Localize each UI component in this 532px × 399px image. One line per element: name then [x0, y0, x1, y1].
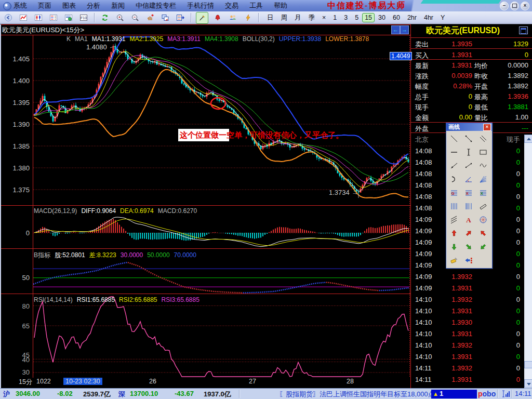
tool-band-channel-icon[interactable]: [447, 213, 461, 227]
date-label: 28: [347, 378, 354, 385]
tool-short-segment-icon[interactable]: [461, 159, 476, 172]
back-icon[interactable]: [3, 12, 14, 23]
tool-vertical-line-icon[interactable]: [461, 145, 476, 159]
tool-angle-line-icon[interactable]: [461, 172, 476, 186]
tool-text-note-icon[interactable]: A: [461, 213, 476, 227]
period-季[interactable]: 季: [305, 12, 319, 23]
menu-item-手机行情[interactable]: 手机行情: [187, 1, 214, 10]
menu-item-新闻[interactable]: 新闻: [111, 1, 125, 10]
palette-close-button[interactable]: ×: [483, 124, 491, 131]
tool-arrow-sw-icon[interactable]: [476, 240, 490, 254]
tool-vertical-grid-icon[interactable]: [447, 200, 461, 213]
news-board-icon[interactable]: [63, 12, 74, 23]
tool-parallel-lines-icon[interactable]: [476, 132, 490, 145]
period-×[interactable]: ×: [318, 13, 329, 22]
news-ticker[interactable]: 〖股指期货〗法巴上调恒生国指明年目标至18,000点: [279, 390, 435, 399]
scrollbar-thumb[interactable]: [524, 361, 532, 368]
tool-trend-line-icon[interactable]: [447, 132, 461, 145]
tool-arrow-ne-icon[interactable]: [461, 227, 476, 240]
period-30[interactable]: 30: [375, 13, 389, 22]
period-1[interactable]: 1: [329, 13, 340, 22]
candle-chart-icon[interactable]: [33, 12, 44, 23]
period-15[interactable]: 15: [362, 13, 375, 22]
period-月[interactable]: 月: [291, 12, 305, 23]
tool-slope-channel-icon[interactable]: [476, 200, 490, 213]
user-note-annotation[interactable]: 这个位置做一空单，可惜没有信心，又平仓了。: [178, 129, 229, 141]
menu-item-图表[interactable]: 图表: [62, 1, 76, 10]
draw-line-icon[interactable]: [196, 12, 208, 24]
tool-rectangle-icon[interactable]: [476, 145, 490, 159]
period-5[interactable]: 5: [351, 13, 362, 22]
tool-eraser-icon[interactable]: [447, 254, 461, 267]
window-switch-icon[interactable]: [159, 12, 171, 23]
period-60[interactable]: 60: [389, 13, 404, 22]
app-icon[interactable]: [3, 2, 11, 10]
scroll-up-button[interactable]: [524, 135, 532, 143]
menu-item-分析[interactable]: 分析: [87, 1, 100, 10]
period-Y[interactable]: Y: [437, 13, 448, 22]
goto-chart-icon[interactable]: [175, 12, 186, 23]
panel-restore-icon[interactable]: [519, 26, 528, 34]
period-3[interactable]: 3: [340, 13, 351, 22]
community-icon[interactable]: [227, 12, 238, 23]
tool-arc-icon[interactable]: [447, 172, 461, 186]
period-周[interactable]: 周: [277, 12, 291, 23]
shenzhen-index-value: 13700.10: [130, 390, 158, 397]
tool-line-segment-icon[interactable]: [461, 132, 476, 145]
alert-badge[interactable]: ▲1: [431, 390, 477, 398]
tool-cycle-circle-icon[interactable]: [476, 213, 490, 227]
tool-horizontal-line-icon[interactable]: [447, 145, 461, 159]
minimize-button[interactable]: –: [500, 2, 509, 10]
tool-gann-fan-icon[interactable]: [476, 172, 490, 186]
macd-zero-label: 0: [0, 229, 30, 237]
f10-data-icon[interactable]: F10: [78, 12, 89, 23]
tick-price: 1.3930: [432, 318, 472, 326]
menu-item-中信建投专栏[interactable]: 中信建投专栏: [136, 1, 176, 10]
tool-percent-retrace-icon[interactable]: X: [461, 186, 476, 200]
menu-item-交易[interactable]: 交易: [225, 1, 238, 10]
line-chart-icon[interactable]: [18, 12, 29, 23]
svg-text:X: X: [466, 191, 469, 196]
tool-arrow-se-icon[interactable]: [461, 240, 476, 254]
tool-cycle-lines-icon[interactable]: [461, 200, 476, 213]
scroll-right-button[interactable]: →: [400, 25, 409, 34]
tick-time: 14:08: [415, 204, 432, 212]
menu-item-系统[interactable]: 系统: [14, 1, 27, 10]
scroll-left-button[interactable]: ←: [391, 25, 400, 34]
palette-titlebar[interactable]: 画线 ×: [446, 123, 492, 131]
indicator-token: RSI1:65.6885: [77, 296, 115, 303]
restore-button[interactable]: [510, 2, 519, 10]
tick-list-scrollbar[interactable]: [524, 135, 532, 388]
close-button[interactable]: ×: [521, 2, 529, 10]
tool-fibo-retrace-icon[interactable]: X: [476, 186, 490, 200]
tool-arrow-up-icon[interactable]: [447, 227, 461, 240]
zoom-out-icon[interactable]: [129, 12, 141, 23]
zoom-in-icon[interactable]: [114, 12, 126, 23]
period-4hr[interactable]: 4hr: [420, 13, 437, 22]
quick-trade-icon[interactable]: [242, 12, 254, 23]
tool-gann-lines-icon[interactable]: G: [447, 186, 461, 200]
tool-wave-curve-icon[interactable]: [476, 159, 490, 172]
chart-canvas[interactable]: [0, 24, 410, 388]
chart-title: 欧元美元(EURUSD)<15分>: [2, 25, 84, 35]
quote-value: 1.3931: [427, 61, 472, 69]
drag-hand-icon[interactable]: [144, 12, 156, 23]
tool-hide-palette-icon[interactable]: [461, 254, 476, 267]
refresh-icon[interactable]: [99, 12, 111, 23]
menu-item-页面[interactable]: 页面: [38, 1, 51, 10]
period-日[interactable]: 日: [263, 12, 277, 23]
tool-arrow-nw-icon[interactable]: [476, 227, 490, 240]
price-tick-label: 1.400: [0, 77, 30, 85]
menu-item-帮助[interactable]: 帮助: [274, 1, 287, 10]
low-price-annotation: 1.3734 →: [329, 189, 358, 196]
period-2hr[interactable]: 2hr: [404, 13, 420, 22]
tool-ray-line-icon[interactable]: [447, 159, 461, 172]
tick-volume: 0: [484, 376, 520, 383]
menu-item-工具[interactable]: 工具: [249, 1, 263, 10]
quote-board-icon[interactable]: [48, 12, 59, 23]
menu-bar: 系统页面图表分析新闻中信建投专栏手机行情交易工具帮助: [14, 0, 287, 11]
tool-arrow-down-icon[interactable]: [447, 240, 461, 254]
price-alert-icon[interactable]: [212, 12, 223, 23]
tick-row: 14:101.39320: [411, 341, 532, 351]
scroll-down-button[interactable]: [524, 379, 532, 388]
